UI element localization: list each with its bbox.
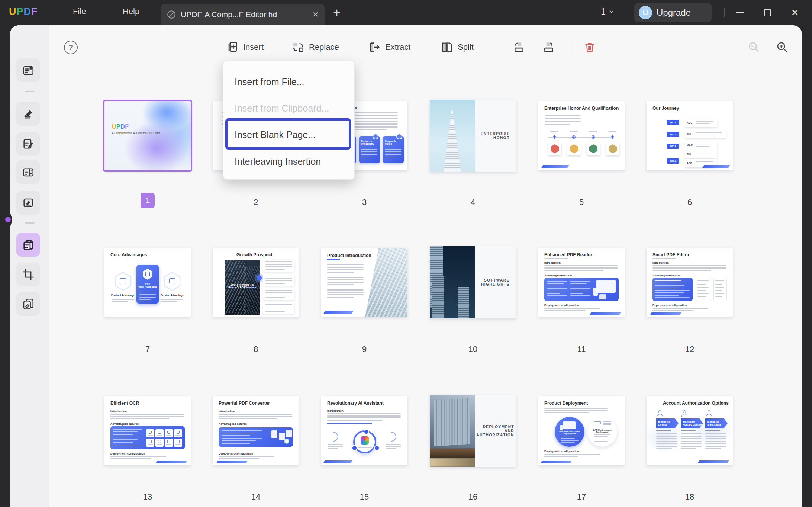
trash-icon <box>583 41 596 54</box>
section-label: Advantages/Features <box>652 274 681 277</box>
page-thumbnail-14[interactable]: Powerful PDF ConverterIntroductionAdvant… <box>213 396 299 465</box>
curved-arrow <box>327 430 341 444</box>
sidebar-item-reader[interactable] <box>16 58 40 82</box>
text-line-placeholder <box>681 436 702 437</box>
toolbar-extract-button[interactable]: Extract <box>368 37 410 57</box>
page-thumbnail-1[interactable]: UPDFA Comprehensive AI-Powered PDF Edito… <box>104 101 191 170</box>
timeline-line <box>681 119 682 164</box>
text-line-placeholder <box>113 445 142 445</box>
text-line-placeholder <box>570 293 583 294</box>
logo-letter: U <box>112 123 116 130</box>
page-thumbnail-5[interactable]: Enterprise Honor And Qualification <box>538 101 625 170</box>
toolbar-insert-button[interactable]: Insert <box>226 37 264 57</box>
timeline-year-pill: 2024 <box>667 158 679 164</box>
text-line-placeholder <box>113 439 138 440</box>
maximize-icon <box>764 9 771 16</box>
page-thumbnail-8[interactable]: Growth ProspectUPDF: Powering The Future… <box>213 248 299 317</box>
zoom-in-button[interactable] <box>774 39 790 55</box>
text-line-placeholder <box>157 435 162 436</box>
menu-item-insert-from-file[interactable]: Insert from File... <box>235 77 304 87</box>
card-badge-icon <box>373 134 378 139</box>
document-tab[interactable]: UPDF-A Comp...F Editor hd✕ <box>161 4 325 25</box>
menu-file[interactable]: File <box>73 7 86 16</box>
page-thumbnail-4[interactable]: ENTERPRISE HONOR <box>430 100 516 172</box>
text-line-placeholder <box>696 153 713 153</box>
sidebar-item-organize[interactable] <box>16 233 40 257</box>
text-line-placeholder <box>696 135 718 135</box>
minimize-button[interactable] <box>732 6 748 19</box>
text-line-placeholder <box>547 283 564 284</box>
building-facade <box>244 265 260 315</box>
page-thumbnail-10[interactable]: SOFTWARE HIGHLIGHTS <box>430 246 516 318</box>
tile-icon <box>149 440 152 443</box>
page-thumbnail-18[interactable]: Account Authorization OptionsEnterprise … <box>647 396 733 465</box>
rotate-right-button[interactable] <box>540 38 558 56</box>
sidebar <box>10 25 49 507</box>
text-line-placeholder <box>353 123 398 125</box>
text-line-placeholder <box>361 149 377 150</box>
help-button[interactable]: ? <box>64 41 78 54</box>
slide-subtitle: A Comprehensive AI-Powered PDF Editor <box>112 132 160 134</box>
page-thumbnail-7[interactable]: Core AdvantagesProduct AdvantageService … <box>104 248 191 317</box>
tab-close-icon[interactable]: ✕ <box>312 10 319 19</box>
text-line-placeholder <box>110 414 184 415</box>
deployment-circle-internet: Internet Environment Deployment <box>555 417 584 447</box>
text-line-placeholder <box>139 294 156 295</box>
slide-photo-caption-panel: SOFTWARE HIGHLIGHTS <box>475 246 516 318</box>
page-thumbnail-15[interactable]: Revolutionary AI AssistantIntroduction <box>321 396 407 465</box>
sidebar-item-annotate[interactable] <box>16 102 40 126</box>
slide-subtitle-placeholder <box>219 407 242 407</box>
page-thumbnail-9[interactable]: Product Introduction <box>321 248 407 317</box>
page-thumbnail-17[interactable]: Product DeploymentInternet Environment D… <box>538 396 625 465</box>
text-line-placeholder <box>547 288 567 289</box>
sidebar-item-forms[interactable] <box>16 160 40 184</box>
zoom-out-button[interactable] <box>746 39 762 55</box>
award-badge <box>567 142 581 155</box>
tab-count-selector[interactable]: 1 <box>601 7 615 17</box>
toolbar-replace-button[interactable]: Replace <box>292 37 339 57</box>
slide-title: DEPLOYMENT AND AUTHORIZATION <box>473 425 516 437</box>
text-line-placeholder <box>265 290 292 291</box>
text-line-placeholder <box>148 444 153 445</box>
app-window: UPDFFileHelpUPDF-A Comp...F Editor hd✕+1… <box>0 0 812 507</box>
rotate-left-button[interactable] <box>510 38 528 56</box>
text-line-placeholder <box>544 408 608 409</box>
delete-page-button[interactable] <box>581 38 599 56</box>
sidebar-item-edit[interactable] <box>16 132 40 156</box>
menu-item-insert-blank-page[interactable]: Insert Blank Page... <box>235 129 316 140</box>
sidebar-item-crop[interactable] <box>16 263 40 286</box>
page-number-badge[interactable]: 1 <box>141 193 155 208</box>
page-thumbnail-12[interactable]: Smart PDF EditorIntroductionAdvantages/F… <box>647 248 733 317</box>
close-button[interactable]: ✕ <box>787 6 803 19</box>
text-line-placeholder <box>110 458 151 459</box>
sign-icon <box>22 196 35 209</box>
text-line-placeholder <box>715 287 724 288</box>
maximize-button[interactable] <box>759 6 776 19</box>
text-line-placeholder <box>697 284 706 285</box>
timeline-node <box>257 275 262 280</box>
titlebar-divider <box>724 8 725 17</box>
slide-title: SOFTWARE HIGHLIGHTS <box>477 278 513 286</box>
forms-icon <box>22 166 35 179</box>
menu-help[interactable]: Help <box>123 7 139 16</box>
text-line-placeholder <box>327 264 364 265</box>
sidebar-item-sign[interactable] <box>16 191 40 215</box>
text-line-placeholder <box>570 281 590 282</box>
text-line-placeholder <box>705 436 726 437</box>
timeline-date-placeholder <box>608 131 616 132</box>
upgrade-button[interactable]: UUpgrade <box>634 3 712 22</box>
new-tab-button[interactable]: + <box>333 5 341 20</box>
section-label: Introduction <box>652 261 669 264</box>
page-thumbnail-11[interactable]: Enhanced PDF ReaderIntroductionAdvantage… <box>538 248 625 317</box>
page-thumbnail-6[interactable]: Our Journey2021202220232024AUGJULMARJULA… <box>647 101 733 170</box>
page-number-label: 3 <box>321 198 407 207</box>
sidebar-item-slides[interactable] <box>16 292 40 316</box>
toolbar-label: Replace <box>309 42 339 52</box>
toolbar-label: Insert <box>243 42 264 52</box>
page-thumbnail-13[interactable]: Efficient OCRIntroductionAdvantages/Feat… <box>104 396 191 465</box>
page-thumbnail-16[interactable]: DEPLOYMENT AND AUTHORIZATION <box>430 395 516 467</box>
text-line-placeholder <box>222 443 250 444</box>
menu-item-interleaving-insertion[interactable]: Interleaving Insertion <box>235 156 321 167</box>
profile-card: Business Philosophy <box>359 136 380 163</box>
toolbar-split-button[interactable]: Split <box>441 37 474 57</box>
